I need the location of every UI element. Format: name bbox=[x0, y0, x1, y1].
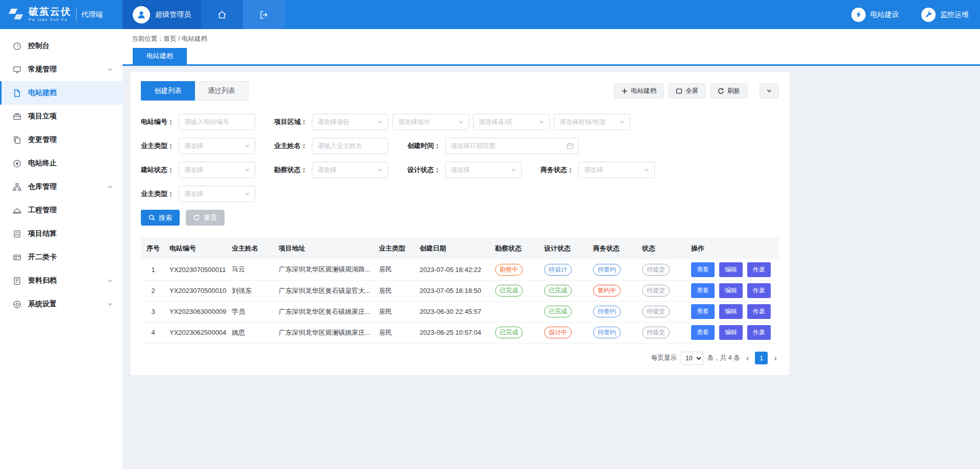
tab-passed-list[interactable]: 通过列表 bbox=[195, 81, 249, 101]
sidebar-item-console[interactable]: 控制台 bbox=[0, 34, 122, 58]
fullscreen-button[interactable]: 全屏 bbox=[669, 83, 705, 98]
search-icon bbox=[149, 214, 155, 221]
nav-station-construction[interactable]: 电站建设 bbox=[840, 0, 910, 29]
topbar: 破茧云伏 Po Jian Yun Fu 代理端 超级管理员 电站建设 监控运维 bbox=[0, 0, 980, 29]
province-select[interactable]: 请选择省份 bbox=[312, 114, 388, 130]
cell-actions: 查看编辑作废 bbox=[687, 322, 779, 343]
status-pill: 待签约 bbox=[593, 306, 621, 317]
owner-type-select-2[interactable]: 请选择 bbox=[179, 186, 255, 202]
collapse-filters-button[interactable] bbox=[760, 83, 779, 98]
home-button[interactable] bbox=[201, 0, 243, 29]
add-station-button[interactable]: 电站建档 bbox=[614, 83, 664, 98]
sidebar-item-station-termination[interactable]: 电站终止 bbox=[0, 152, 122, 175]
owner-name-input[interactable] bbox=[312, 138, 388, 154]
cell-station-no: YX2023063000009 bbox=[165, 301, 228, 322]
tab-create-list[interactable]: 创建列表 bbox=[141, 81, 195, 101]
sidebar-item-engineering-mgmt[interactable]: 工程管理 bbox=[0, 199, 122, 222]
survey-status-select[interactable]: 请选择 bbox=[312, 162, 388, 178]
sidebar-item-second-class-card[interactable]: 开二类卡 bbox=[0, 245, 122, 269]
edit-button[interactable]: 编辑 bbox=[719, 262, 743, 277]
cell-business-status: 待签约 bbox=[589, 322, 638, 343]
sidebar-item-project-initiation[interactable]: 项目立项 bbox=[0, 105, 122, 128]
logout-button[interactable] bbox=[243, 0, 285, 29]
pagination: 每页显示 10 条，共 4 条 ‹ 1 › bbox=[141, 352, 779, 365]
sidebar-item-warehouse-mgmt[interactable]: 仓库管理 bbox=[0, 175, 122, 199]
cell-business-status: 待签约 bbox=[589, 259, 638, 280]
business-status-select[interactable]: 请选择 bbox=[578, 162, 655, 178]
stations-table: 序号电站编号业主姓名项目地址业主类型创建日期勘察状态设计状态商务状态状态操作1Y… bbox=[141, 238, 779, 343]
refresh-button[interactable]: 刷新 bbox=[710, 83, 747, 98]
column-header: 序号 bbox=[141, 238, 165, 259]
panel-card: 创建列表 通过列表 电站建档 全屏 bbox=[131, 72, 789, 375]
edit-button[interactable]: 编辑 bbox=[719, 283, 743, 298]
sidebar-item-label: 项目立项 bbox=[28, 112, 57, 121]
nav-monitor-ops[interactable]: 监控运维 bbox=[910, 0, 980, 29]
village-select[interactable]: 请选择村镇/街道 bbox=[554, 114, 630, 130]
edit-button[interactable]: 编辑 bbox=[719, 325, 743, 340]
status-pill: 待提交 bbox=[642, 306, 670, 317]
page-tab-station-archive[interactable]: 电站建档 bbox=[133, 48, 187, 64]
view-button[interactable]: 查看 bbox=[691, 283, 715, 298]
sidebar-item-label: 变更管理 bbox=[28, 135, 57, 144]
page-head: 当前位置：首页 / 电站建档 电站建档 bbox=[122, 29, 980, 66]
cell-actions: 查看编辑作废 bbox=[687, 301, 779, 322]
prev-page-button[interactable]: ‹ bbox=[744, 354, 751, 362]
date-placeholder: 请选择日期范围 bbox=[451, 142, 496, 151]
cell-address: 广东深圳龙华区观澜镇观湖路... bbox=[275, 259, 375, 280]
breadcrumb-home[interactable]: 首页 bbox=[164, 35, 177, 42]
stop-icon bbox=[13, 159, 21, 168]
filter-label: 业主姓名： bbox=[274, 141, 307, 151]
cell-created: 2023-07-05 16:42:22 bbox=[415, 259, 491, 280]
owner-type-select[interactable]: 请选择 bbox=[179, 138, 255, 154]
next-page-button[interactable]: › bbox=[772, 354, 779, 362]
filter-label: 电站编号： bbox=[141, 117, 174, 127]
chevron-down-icon bbox=[107, 301, 113, 307]
void-button[interactable]: 作废 bbox=[747, 304, 771, 319]
build-status-select[interactable]: 请选择 bbox=[179, 162, 255, 178]
district-select[interactable]: 请选择县/区 bbox=[473, 114, 550, 130]
city-select[interactable]: 请选择城市 bbox=[393, 114, 469, 130]
sidebar-item-label: 工程管理 bbox=[28, 206, 57, 215]
sidebar-item-system-settings[interactable]: 系统设置 bbox=[0, 292, 122, 316]
void-button[interactable]: 作废 bbox=[747, 325, 771, 340]
station-no-input[interactable] bbox=[179, 114, 255, 130]
search-button[interactable]: 搜索 bbox=[141, 210, 180, 226]
filter-group: 商务状态：请选择 bbox=[541, 162, 655, 178]
portal-label: 代理端 bbox=[81, 10, 103, 19]
void-button[interactable]: 作废 bbox=[747, 283, 771, 298]
sidebar-item-general-mgmt[interactable]: 常规管理 bbox=[0, 58, 122, 81]
date-range-input[interactable]: 请选择日期范围 bbox=[445, 138, 579, 154]
chevron-down-icon bbox=[377, 119, 383, 125]
view-button[interactable]: 查看 bbox=[691, 304, 715, 319]
page-1-button[interactable]: 1 bbox=[755, 352, 768, 364]
per-page-select[interactable]: 10 bbox=[681, 352, 703, 365]
chevron-down-icon bbox=[244, 167, 250, 173]
table-row: 4YX2023062500004姚思广东深圳龙华区观澜镇姚家庄...居民2023… bbox=[141, 322, 779, 343]
design-status-select[interactable]: 请选择 bbox=[445, 162, 522, 178]
sidebar-item-label: 电站建档 bbox=[28, 88, 57, 97]
void-button[interactable]: 作废 bbox=[747, 262, 771, 277]
topbar-spacer bbox=[285, 0, 840, 29]
cell-created: 2023-06-25 10:57:04 bbox=[415, 322, 491, 343]
copy-icon bbox=[13, 136, 21, 144]
reset-button[interactable]: 重置 bbox=[186, 210, 225, 226]
logo-subtitle: Po Jian Yun Fu bbox=[29, 18, 71, 22]
cell-actions: 查看编辑作废 bbox=[687, 259, 779, 280]
page-tab-bar: 电站建档 bbox=[122, 48, 980, 66]
status-pill: 待签约 bbox=[593, 264, 621, 276]
user-menu[interactable]: 超级管理员 bbox=[122, 0, 201, 29]
home-icon bbox=[217, 10, 227, 20]
edit-button[interactable]: 编辑 bbox=[719, 304, 743, 319]
view-button[interactable]: 查看 bbox=[691, 262, 715, 277]
column-header: 业主类型 bbox=[375, 238, 415, 259]
breadcrumb: 当前位置：首页 / 电站建档 bbox=[122, 29, 980, 48]
filter-label: 项目区域： bbox=[274, 117, 307, 127]
cell-business-status: 待签约 bbox=[589, 301, 638, 322]
user-name: 超级管理员 bbox=[155, 10, 191, 19]
view-button[interactable]: 查看 bbox=[691, 325, 715, 340]
sidebar-item-project-settlement[interactable]: 项目结算 bbox=[0, 222, 122, 245]
sidebar-item-change-mgmt[interactable]: 变更管理 bbox=[0, 128, 122, 152]
user-avatar-icon bbox=[133, 6, 150, 23]
sidebar-item-data-archive[interactable]: 资料归档 bbox=[0, 269, 122, 292]
sidebar-item-station-archive[interactable]: 电站建档 bbox=[0, 81, 122, 105]
